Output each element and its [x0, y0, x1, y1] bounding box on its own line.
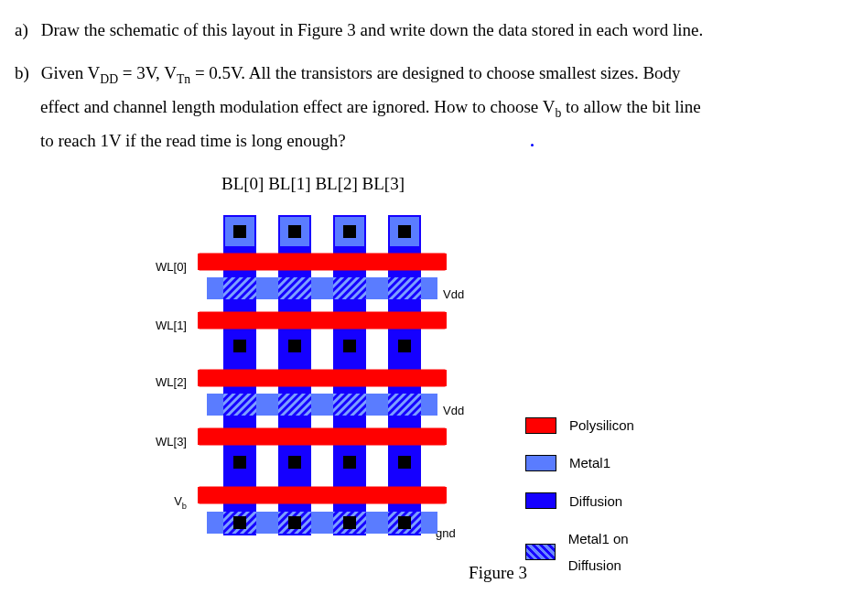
svg-rect-32 — [200, 428, 445, 445]
svg-rect-31 — [200, 370, 445, 386]
svg-rect-48 — [198, 312, 201, 329]
svg-rect-42 — [233, 516, 246, 529]
svg-rect-23 — [333, 394, 366, 416]
q-b-mid: = 3V, V — [118, 63, 177, 82]
svg-rect-24 — [388, 394, 421, 416]
q-b2-post: to allow the bit line — [561, 97, 701, 116]
svg-rect-35 — [288, 340, 301, 352]
svg-rect-20 — [388, 277, 421, 299]
svg-rect-39 — [288, 456, 301, 469]
svg-rect-46 — [198, 254, 201, 270]
svg-rect-13 — [398, 225, 411, 238]
svg-rect-41 — [398, 456, 411, 469]
svg-rect-38 — [233, 456, 246, 469]
bitline-header: BL[0] BL[1] BL[2] BL[3] — [221, 167, 827, 200]
top-metal-stubs — [225, 217, 419, 246]
q-b-vdd-sub: DD — [100, 72, 118, 86]
question-b: b) Given VDD = 3V, VTn = 0.5V. All the t… — [15, 56, 827, 157]
figure-caption: Figure 3 — [168, 556, 827, 589]
svg-rect-29 — [200, 254, 445, 270]
svg-rect-22 — [278, 394, 311, 416]
svg-rect-50 — [198, 370, 201, 386]
svg-rect-7 — [233, 225, 246, 238]
svg-rect-18 — [278, 277, 311, 299]
bl0-label: BL[0] — [221, 174, 264, 193]
wl2-label: WL[2] — [141, 371, 187, 394]
layout-svg — [187, 206, 589, 545]
contacts-row-below-wl1 — [233, 340, 411, 352]
q-b-pre: Given V — [41, 63, 101, 82]
svg-rect-53 — [443, 428, 447, 445]
svg-rect-54 — [198, 487, 201, 503]
svg-rect-30 — [200, 312, 445, 329]
svg-rect-52 — [198, 428, 201, 445]
svg-rect-51 — [443, 370, 447, 386]
question-b-line3: to reach 1V if the read time is long eno… — [15, 124, 827, 157]
q-b-post: = 0.5V. All the transistors are designed… — [190, 63, 680, 82]
wl3-label: WL[3] — [141, 430, 187, 453]
svg-rect-44 — [343, 516, 356, 529]
question-b-line1: Given VDD = 3V, VTn = 0.5V. All the tran… — [41, 63, 681, 82]
vb-pre: V — [174, 494, 182, 508]
q-b-vtn-sub: Tn — [177, 72, 190, 86]
svg-rect-17 — [223, 277, 256, 299]
svg-rect-21 — [223, 394, 256, 416]
layout-drawing: WL[0] WL[1] WL[2] WL[3] Vb Vdd Vdd gnd P… — [40, 206, 681, 554]
bl2-label: BL[2] — [315, 174, 357, 193]
svg-rect-36 — [343, 340, 356, 352]
wl0-label: WL[0] — [141, 255, 187, 278]
question-b-label: b) — [15, 56, 37, 90]
svg-rect-45 — [398, 516, 411, 529]
svg-rect-19 — [333, 277, 366, 299]
svg-rect-9 — [288, 225, 301, 238]
legend-swatch-m1d — [525, 544, 556, 560]
svg-rect-37 — [398, 340, 411, 352]
svg-rect-40 — [343, 456, 356, 469]
svg-rect-11 — [343, 225, 356, 238]
svg-rect-47 — [443, 254, 447, 270]
bl3-label: BL[3] — [362, 174, 405, 193]
figure-3: BL[0] BL[1] BL[2] BL[3] WL[0] WL[1] WL[2… — [40, 167, 827, 589]
bl1-label: BL[1] — [268, 174, 310, 193]
svg-rect-49 — [443, 312, 447, 329]
stray-dot — [531, 144, 534, 146]
svg-rect-33 — [200, 487, 445, 503]
question-b-line2: effect and channel length modulation eff… — [15, 90, 827, 124]
q-b2-pre: effect and channel length modulation eff… — [40, 97, 555, 116]
question-a-label: a) — [15, 13, 37, 47]
wl1-label: WL[1] — [141, 314, 187, 337]
svg-rect-55 — [443, 487, 447, 503]
svg-rect-43 — [288, 516, 301, 529]
contacts-row-below-wl3 — [233, 456, 411, 469]
svg-rect-34 — [233, 340, 246, 352]
question-a: a) Draw the schematic of this layout in … — [15, 13, 827, 47]
question-a-text: Draw the schematic of this layout in Fig… — [41, 20, 703, 39]
vb-label: Vb — [141, 490, 187, 513]
